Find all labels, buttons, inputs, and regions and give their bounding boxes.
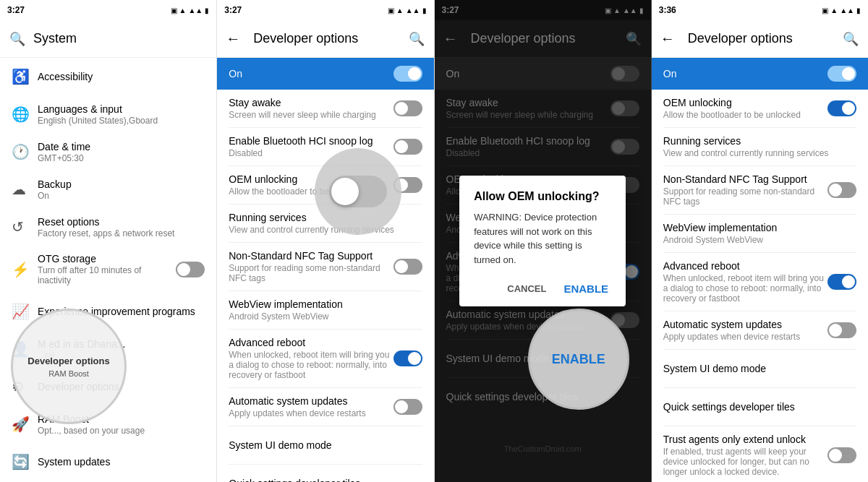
back-button-4[interactable]: ← bbox=[660, 30, 675, 47]
panel-developer-result: 3:36 ▣ ▲ ▲▲ ▮ ← Developer options 🔍 On O… bbox=[652, 0, 868, 482]
search-icon-2[interactable]: 🔍 bbox=[408, 30, 425, 48]
reset-item[interactable]: ↺ Reset options Factory reset, apps & ne… bbox=[0, 208, 216, 246]
oem-dialog: Allow OEM unlocking? WARNING: Device pro… bbox=[459, 176, 626, 306]
nfc-tag-item-4[interactable]: Non-Standard NFC Tag Support Support for… bbox=[652, 166, 868, 214]
language-item[interactable]: 🌐 Languages & input English (United Stat… bbox=[0, 95, 216, 133]
nfc-tag-toggle-4[interactable] bbox=[827, 182, 856, 198]
running-services-sub-2: View and control currently running servi… bbox=[229, 225, 422, 235]
adv-reboot-item-2[interactable]: Advanced reboot When unlocked, reboot it… bbox=[217, 330, 433, 387]
signal-icon-2: ▲▲ bbox=[406, 7, 420, 14]
toggle-overlay-thumb-2 bbox=[331, 178, 359, 205]
toggle-overlay-circle-2 bbox=[315, 148, 401, 235]
oem-unlock-toggle-4[interactable] bbox=[827, 100, 856, 116]
ram-boost-label: RAM Boost bbox=[41, 369, 96, 378]
dialog-overlay: Allow OEM unlocking? WARNING: Device pro… bbox=[435, 0, 651, 482]
system-updates-icon: 🔄 bbox=[12, 453, 38, 470]
search-icon-1[interactable]: 🔍 bbox=[9, 30, 26, 48]
dialog-actions: CANCEL ENABLE bbox=[474, 278, 611, 299]
bt-snoop-item-2[interactable]: Enable Bluetooth HCI snoop log Disabled bbox=[217, 128, 433, 165]
datetime-title: Date & time bbox=[38, 141, 205, 152]
stay-awake-toggle-2[interactable] bbox=[393, 100, 422, 116]
ui-demo-item-2[interactable]: System UI demo mode bbox=[217, 426, 433, 464]
adv-reboot-toggle-2[interactable] bbox=[393, 350, 422, 366]
bt-snoop-toggle-2[interactable] bbox=[393, 139, 422, 155]
nfc-tag-item-2[interactable]: Non-Standard NFC Tag Support Support for… bbox=[217, 243, 433, 291]
adv-reboot-toggle-4[interactable] bbox=[827, 274, 856, 290]
language-title: Languages & input bbox=[38, 103, 205, 115]
stay-awake-item-2[interactable]: Stay awake Screen will never sleep while… bbox=[217, 90, 433, 127]
auto-updates-sub-4: Apply updates when device restarts bbox=[663, 332, 827, 342]
status-icons-1: ▣ ▲ ▲▲ ▮ bbox=[171, 7, 210, 14]
dev-options-list-2: Stay awake Screen will never sleep while… bbox=[217, 90, 433, 482]
otg-toggle[interactable] bbox=[176, 262, 205, 277]
trust-agents-toggle-4[interactable] bbox=[827, 447, 856, 463]
system-settings-list: ♿ Accessibility 🌐 Languages & input Engl… bbox=[0, 58, 216, 482]
stay-awake-sub-2: Screen will never sleep while charging bbox=[229, 110, 393, 120]
developer-options-circle: Developer options RAM Boost bbox=[11, 309, 127, 424]
auto-updates-item-2[interactable]: Automatic system updates Apply updates w… bbox=[217, 388, 433, 426]
battery-icon: ▮ bbox=[205, 7, 209, 14]
auto-updates-toggle-2[interactable] bbox=[393, 399, 422, 415]
nfc-tag-sub-2: Support for reading some non-standard NF… bbox=[229, 263, 393, 283]
status-time-4: 3:36 bbox=[659, 5, 676, 15]
auto-updates-toggle-4[interactable] bbox=[827, 322, 856, 338]
on-bar-4: On bbox=[652, 58, 868, 90]
enable-circle-zoom: ENABLE bbox=[528, 309, 629, 410]
reset-title: Reset options bbox=[38, 216, 205, 228]
accessibility-item[interactable]: ♿ Accessibility bbox=[0, 58, 216, 95]
ui-demo-title-4: System UI demo mode bbox=[663, 363, 856, 374]
ui-demo-item-4[interactable]: System UI demo mode bbox=[652, 350, 868, 387]
webview-sub-2: Android System WebView bbox=[229, 311, 422, 322]
nfc-tag-toggle-2[interactable] bbox=[393, 259, 422, 275]
running-services-sub-4: View and control currently running servi… bbox=[663, 148, 856, 158]
webview-item-2[interactable]: WebView implementation Android System We… bbox=[217, 291, 433, 329]
nfc-tag-sub-4: Support for reading some non-standard NF… bbox=[663, 186, 827, 207]
otg-icon: ⚡ bbox=[12, 261, 38, 278]
enable-circle-text: ENABLE bbox=[552, 352, 605, 367]
running-services-item-4[interactable]: Running services View and control curren… bbox=[652, 128, 868, 165]
webview-title-2: WebView implementation bbox=[229, 298, 422, 310]
search-icon-4[interactable]: 🔍 bbox=[842, 30, 859, 48]
status-time-2: 3:27 bbox=[224, 5, 242, 15]
adv-reboot-item-4[interactable]: Advanced reboot When unlocked, reboot it… bbox=[652, 253, 868, 311]
reset-subtitle: Factory reset, apps & network reset bbox=[38, 228, 205, 238]
back-button-2[interactable]: ← bbox=[226, 30, 240, 47]
status-icons-2: ▣ ▲ ▲▲ ▮ bbox=[388, 7, 427, 14]
webview-item-4[interactable]: WebView implementation Android System We… bbox=[652, 215, 868, 252]
bt-snoop-title-2: Enable Bluetooth HCI snoop log bbox=[229, 135, 393, 147]
wifi-icon: ▲ bbox=[179, 7, 187, 14]
ram-subtitle: Opt..., based on your usage bbox=[38, 426, 205, 436]
webview-title-4: WebView implementation bbox=[663, 222, 856, 233]
quick-settings-item-4[interactable]: Quick settings developer tiles bbox=[652, 388, 868, 426]
trust-agents-title-4: Trust agents only extend unlock bbox=[663, 434, 827, 445]
panel-system: 3:27 ▣ ▲ ▲▲ ▮ 🔍 System ♿ Accessibility 🌐… bbox=[0, 0, 217, 482]
quick-settings-item-2[interactable]: Quick settings developer tiles bbox=[217, 465, 433, 482]
otg-item[interactable]: ⚡ OTG storage Turn off after 10 minutes … bbox=[0, 246, 216, 293]
language-subtitle: English (United States),Gboard bbox=[38, 116, 205, 126]
ram-icon: 🚀 bbox=[12, 416, 38, 433]
toolbar-system: 🔍 System bbox=[0, 20, 216, 58]
notification-icon: ▣ bbox=[171, 7, 177, 14]
toolbar-dev-2: ← Developer options 🔍 bbox=[217, 20, 433, 58]
dev-toggle-4[interactable] bbox=[827, 66, 856, 82]
adv-reboot-sub-4: When unlocked, reboot item will bring yo… bbox=[663, 273, 827, 304]
adv-reboot-sub-2: When unlocked, reboot item will bring yo… bbox=[229, 350, 393, 380]
circle-label: Developer options bbox=[20, 356, 116, 366]
dialog-enable-button[interactable]: ENABLE bbox=[561, 278, 611, 299]
trust-agents-item-4[interactable]: Trust agents only extend unlock If enabl… bbox=[652, 426, 868, 482]
webview-sub-4: Android System WebView bbox=[663, 235, 856, 245]
auto-updates-sub-2: Apply updates when device restarts bbox=[229, 408, 393, 418]
backup-item[interactable]: ☁ Backup On bbox=[0, 171, 216, 208]
status-bar-2: 3:27 ▣ ▲ ▲▲ ▮ bbox=[217, 0, 433, 20]
auto-updates-item-4[interactable]: Automatic system updates Apply updates w… bbox=[652, 311, 868, 349]
signal-icon: ▲▲ bbox=[188, 7, 203, 14]
system-updates-item[interactable]: 🔄 System updates bbox=[0, 443, 216, 481]
dev-toggle-2[interactable] bbox=[393, 66, 422, 82]
auto-updates-title-2: Automatic system updates bbox=[229, 395, 393, 407]
oem-unlock-item-4[interactable]: OEM unlocking Allow the bootloader to be… bbox=[652, 90, 868, 127]
dialog-cancel-button[interactable]: CANCEL bbox=[504, 278, 549, 299]
dialog-title: Allow OEM unlocking? bbox=[474, 190, 611, 203]
datetime-item[interactable]: 🕐 Date & time GMT+05:30 bbox=[0, 133, 216, 171]
otg-title: OTG storage bbox=[38, 253, 176, 264]
status-icons-4: ▣ ▲ ▲▲ ▮ bbox=[822, 7, 861, 14]
